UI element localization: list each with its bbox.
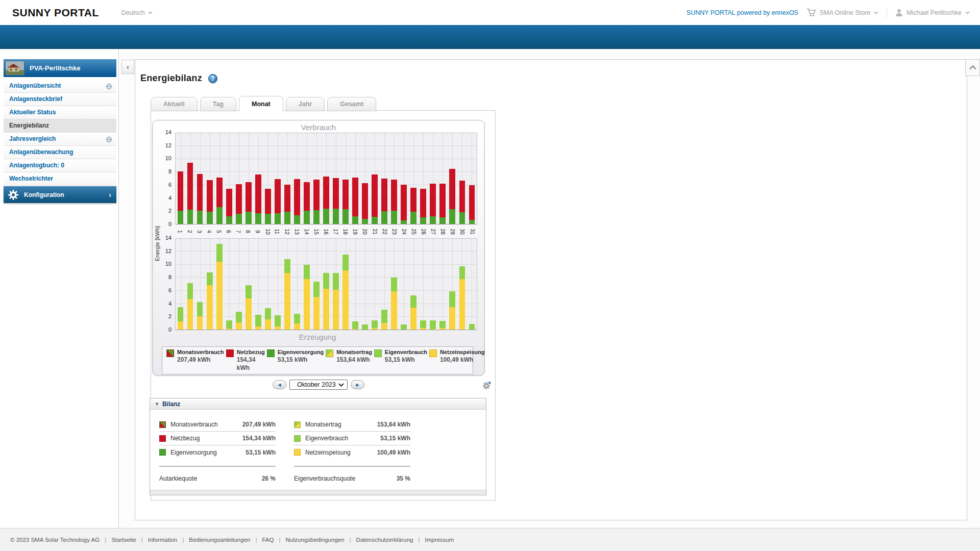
legend-value: 207,49 kWh (177, 356, 224, 364)
help-icon[interactable]: ? (208, 74, 217, 83)
x-tick: 29 (448, 224, 458, 238)
plant-header[interactable]: PVA-Perlitschke (4, 59, 116, 77)
segment-eigenverbrauch (207, 272, 213, 286)
energy-chart-widget: Verbrauch Energie [kWh] 02468101214 1234… (152, 120, 485, 376)
bilanz-row-monatsertrag: Monatsertrag153,64 kWh (294, 418, 410, 432)
language-selector[interactable]: Deutsch (121, 9, 153, 16)
footer-link-information[interactable]: Information (148, 537, 178, 543)
bar-day-14 (302, 239, 311, 330)
y-tick: 14 (165, 129, 172, 135)
sidebar-item-anlagensteckbrief[interactable]: Anlagensteckbrief (4, 93, 116, 106)
copyright: © 2023 SMA Solar Technology AG (10, 537, 100, 543)
segment-netzeinspeisung (323, 289, 329, 330)
sidebar-item-anlagenüberwachung[interactable]: Anlagenüberwachung (4, 146, 116, 159)
y-tick: 8 (168, 168, 172, 174)
segment-eigenversorgung (197, 211, 203, 224)
bar-day-20 (360, 239, 370, 330)
netzeinspeisung-swatch-icon (429, 349, 437, 357)
bar-day-31 (467, 133, 477, 224)
chart-settings-gear-icon[interactable] (482, 381, 491, 392)
y-tick: 4 (168, 195, 172, 201)
bar-day-3 (195, 133, 205, 224)
segment-eigenverbrauch (469, 324, 475, 330)
sidebar-item-anlagenübersicht[interactable]: Anlagenübersicht (4, 80, 116, 93)
footer-link-faq[interactable]: FAQ (262, 537, 274, 543)
bar-day-4 (205, 133, 214, 224)
segment-eigenversorgung (323, 209, 329, 224)
x-tick: 4 (204, 224, 214, 238)
tab-gesamt[interactable]: Gesamt (327, 97, 376, 111)
segment-eigenverbrauch (226, 320, 232, 329)
sunny-portal-logo: SUNNY PORTAL (12, 7, 99, 19)
sidebar-item-anlagenlogbuch-0[interactable]: Anlagenlogbuch: 0 (4, 159, 116, 172)
powered-by-link[interactable]: SUNNY PORTAL powered by ennexOS (687, 9, 798, 16)
tab-jahr[interactable]: Jahr (286, 97, 325, 111)
next-month-button[interactable]: ▶ (351, 380, 364, 389)
segment-netzbezug (410, 188, 416, 211)
y-tick: 12 (165, 142, 172, 148)
footer-link-startseite[interactable]: Startseite (111, 537, 136, 543)
x-tick: 24 (399, 224, 409, 238)
footer-link-impressum[interactable]: Impressum (425, 537, 454, 543)
scroll-top-button[interactable] (965, 59, 980, 76)
segment-eigenverbrauch (313, 282, 320, 297)
sidebar-item-jahresvergleich[interactable]: Jahresvergleich (4, 133, 116, 146)
x-tick: 14 (302, 224, 311, 238)
legend-label: Eigenversorgung (278, 349, 324, 356)
sidebar-collapse-button[interactable]: ‹ (121, 60, 134, 74)
bilanz-label: Eigenverbrauch (305, 435, 380, 442)
footer-link-nutzungsbedingungen[interactable]: Nutzungsbedingungen (285, 537, 344, 543)
segment-netzbezug (362, 183, 368, 219)
footer-link-bedienungsanleitungen[interactable]: Bedienungsanleitungen (189, 537, 250, 543)
segment-netzbezug (294, 179, 300, 215)
bar-day-5 (214, 133, 224, 224)
segment-netzbezug (469, 185, 475, 220)
x-tick: 21 (370, 224, 380, 238)
bar-day-17 (331, 239, 341, 330)
bilanz-value: 153,64 kWh (377, 421, 410, 428)
month-select[interactable]: Oktober 2023 (289, 380, 348, 390)
tab-monat[interactable]: Monat (239, 96, 283, 112)
sidebar-item-aktueller-status[interactable]: Aktueller Status (4, 106, 116, 119)
page-title: Energiebilanz (140, 73, 202, 84)
segment-netzbezug (372, 174, 378, 217)
chart-title-verbrauch: Verbrauch (153, 120, 484, 133)
y-tick: 2 (168, 313, 172, 319)
segment-netzeinspeisung (187, 299, 193, 330)
bilanz-row-monatsverbrauch: Monatsverbrauch207,49 kWh (159, 418, 276, 432)
bilanz-value: 207,49 kWh (242, 421, 276, 428)
legend-label: Monatsertrag (336, 349, 372, 356)
plant-name: PVA-Perlitschke (30, 64, 80, 72)
bilanz-footer-strip (150, 490, 486, 495)
tab-tag[interactable]: Tag (200, 97, 236, 111)
footer-link-datenschutzerklärung[interactable]: Datenschutzerklärung (356, 537, 413, 543)
quote-label: Autarkiequote (159, 475, 262, 482)
segment-eigenversorgung (294, 215, 300, 224)
bilanz-value: 154,34 kWh (242, 435, 276, 442)
sidebar-item-energiebilanz[interactable]: Energiebilanz (4, 119, 116, 133)
segment-netzeinspeisung (304, 279, 310, 330)
sidebar-item-wechselrichter[interactable]: Wechselrichter (4, 172, 116, 186)
segment-eigenversorgung (236, 214, 242, 224)
bar-day-23 (389, 133, 399, 224)
segment-netzeinspeisung (197, 316, 203, 330)
segment-eigenversorgung (304, 211, 310, 224)
bilanz-separator (159, 466, 276, 467)
bar-day-10 (263, 133, 273, 224)
bar-day-8 (243, 133, 253, 224)
segment-netzbezug (207, 180, 213, 212)
bar-day-5 (214, 239, 224, 330)
sidebar-item-konfiguration[interactable]: Konfiguration › (4, 186, 116, 203)
tab-aktuell[interactable]: Aktuell (151, 97, 198, 111)
legend-label: Eigenverbrauch (385, 349, 427, 356)
bar-day-15 (311, 133, 321, 224)
bilanz-value: 100,49 kWh (377, 449, 410, 456)
x-axis: 1234567891011121314151617181920212223242… (158, 224, 477, 238)
previous-month-button[interactable]: ◀ (273, 380, 286, 389)
bar-day-8 (243, 239, 253, 330)
bilanz-header[interactable]: ▼ Bilanz (150, 398, 486, 410)
sma-online-store-menu[interactable]: SMA Online Store (806, 8, 878, 17)
bar-day-7 (234, 133, 243, 224)
user-menu[interactable]: Michael Perlitschke (895, 9, 970, 17)
x-tick: 28 (438, 224, 448, 238)
